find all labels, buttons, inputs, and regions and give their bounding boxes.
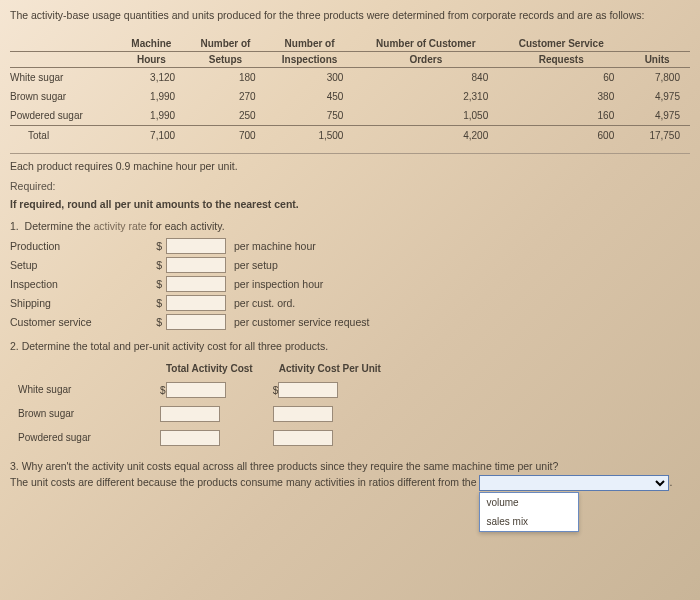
th-total-cost: Total Activity Cost xyxy=(154,360,265,377)
powdered-perunit-input[interactable] xyxy=(273,430,333,446)
per-label: per setup xyxy=(234,259,278,271)
dollar-sign: $ xyxy=(154,297,162,309)
th-blank2 xyxy=(624,36,690,52)
cell: 4,975 xyxy=(624,106,690,126)
custservice-rate-input[interactable] xyxy=(166,314,226,330)
dropdown-list: volume sales mix xyxy=(479,492,579,532)
cell: 250 xyxy=(185,106,266,126)
th2-setups: Setups xyxy=(185,51,266,67)
th-custserv: Customer Service xyxy=(498,36,624,52)
brown-total-input[interactable] xyxy=(160,406,220,422)
th2-requests: Requests xyxy=(498,51,624,67)
powdered-total-input[interactable] xyxy=(160,430,220,446)
cell: 60 xyxy=(498,67,624,87)
production-rate-input[interactable] xyxy=(166,238,226,254)
per-label: per customer service request xyxy=(234,316,369,328)
activity-name: Shipping xyxy=(10,297,150,309)
cell xyxy=(154,427,265,449)
dollar-sign: $ xyxy=(154,240,162,252)
cell: 750 xyxy=(266,106,354,126)
cell: 4,975 xyxy=(624,87,690,106)
th-numcust: Number of Customer xyxy=(353,36,498,52)
cell: 300 xyxy=(266,67,354,87)
cell: 17,750 xyxy=(624,125,690,145)
cost-row: Brown sugar xyxy=(12,403,393,425)
setup-rate-input[interactable] xyxy=(166,257,226,273)
costs-table: Total Activity Cost Activity Cost Per Un… xyxy=(10,358,395,451)
q3-line2: The unit costs are different because the… xyxy=(10,475,690,491)
activity-name: Setup xyxy=(10,259,150,271)
required-text: If required, round all per unit amounts … xyxy=(10,198,690,210)
cell: 700 xyxy=(185,125,266,145)
white-perunit-input[interactable] xyxy=(278,382,338,398)
dropdown-option-salesmix[interactable]: sales mix xyxy=(480,512,578,531)
cell: 7,100 xyxy=(118,125,186,145)
q3-select[interactable] xyxy=(479,475,669,491)
cell xyxy=(154,403,265,425)
dollar-sign: $ xyxy=(154,278,162,290)
cell: 600 xyxy=(498,125,624,145)
cell: 840 xyxy=(353,67,498,87)
dollar-sign: $ xyxy=(154,316,162,328)
cell xyxy=(267,403,393,425)
cost-row: White sugar $ $ xyxy=(12,379,393,401)
shipping-rate-input[interactable] xyxy=(166,295,226,311)
cell xyxy=(267,427,393,449)
cell: 270 xyxy=(185,87,266,106)
inspection-rate-input[interactable] xyxy=(166,276,226,292)
note-text: Each product requires 0.9 machine hour p… xyxy=(10,160,690,172)
th-machine: Machine xyxy=(118,36,186,52)
cell: 2,310 xyxy=(353,87,498,106)
activity-rates: Production $ per machine hour Setup $ pe… xyxy=(10,238,690,330)
total-label: Total xyxy=(10,125,118,145)
table-row: Brown sugar 1,990 270 450 2,310 380 4,97… xyxy=(10,87,690,106)
activity-row: Shipping $ per cust. ord. xyxy=(10,295,690,311)
q3-line2-text: The unit costs are different because the… xyxy=(10,476,479,488)
cell: 4,200 xyxy=(353,125,498,145)
cost-row-name: White sugar xyxy=(12,379,152,401)
q2-text: 2. Determine the total and per-unit acti… xyxy=(10,340,690,352)
cell: 380 xyxy=(498,87,624,106)
table-row: White sugar 3,120 180 300 840 60 7,800 xyxy=(10,67,690,87)
cell: 7,800 xyxy=(624,67,690,87)
th2-insp: Inspections xyxy=(266,51,354,67)
cell: 1,500 xyxy=(266,125,354,145)
th-per-unit: Activity Cost Per Unit xyxy=(267,360,393,377)
brown-perunit-input[interactable] xyxy=(273,406,333,422)
intro-text: The activity-base usage quantities and u… xyxy=(10,8,690,24)
th2-orders: Orders xyxy=(353,51,498,67)
cell: $ xyxy=(154,379,265,401)
activity-row: Inspection $ per inspection hour xyxy=(10,276,690,292)
cell: $ xyxy=(267,379,393,401)
th-numinsp: Number of xyxy=(266,36,354,52)
activity-row: Setup $ per setup xyxy=(10,257,690,273)
table-row: Powdered sugar 1,990 250 750 1,050 160 4… xyxy=(10,106,690,126)
cost-row-name: Powdered sugar xyxy=(12,427,152,449)
per-label: per machine hour xyxy=(234,240,316,252)
cell: 3,120 xyxy=(118,67,186,87)
dollar-sign: $ xyxy=(154,259,162,271)
required-label: Required: xyxy=(10,180,690,192)
dropdown-option-volume[interactable]: volume xyxy=(480,493,578,512)
activity-name: Inspection xyxy=(10,278,150,290)
per-label: per inspection hour xyxy=(234,278,323,290)
white-total-input[interactable] xyxy=(166,382,226,398)
usage-table: Machine Number of Number of Number of Cu… xyxy=(10,36,690,145)
row-name: Powdered sugar xyxy=(10,106,118,126)
th-blank xyxy=(10,36,118,52)
cell: 1,990 xyxy=(118,106,186,126)
per-label: per cust. ord. xyxy=(234,297,295,309)
cell: 450 xyxy=(266,87,354,106)
cost-row-name: Brown sugar xyxy=(12,403,152,425)
cell: 180 xyxy=(185,67,266,87)
cell: 1,050 xyxy=(353,106,498,126)
th2-hours: Hours xyxy=(118,51,186,67)
activity-name: Customer service xyxy=(10,316,150,328)
row-name: White sugar xyxy=(10,67,118,87)
activity-row: Customer service $ per customer service … xyxy=(10,314,690,330)
q3-block: 3. Why aren't the activity unit costs eq… xyxy=(10,459,690,491)
activity-name: Production xyxy=(10,240,150,252)
cell: 1,990 xyxy=(118,87,186,106)
q3-line1: 3. Why aren't the activity unit costs eq… xyxy=(10,459,690,475)
th2-blank xyxy=(10,51,118,67)
